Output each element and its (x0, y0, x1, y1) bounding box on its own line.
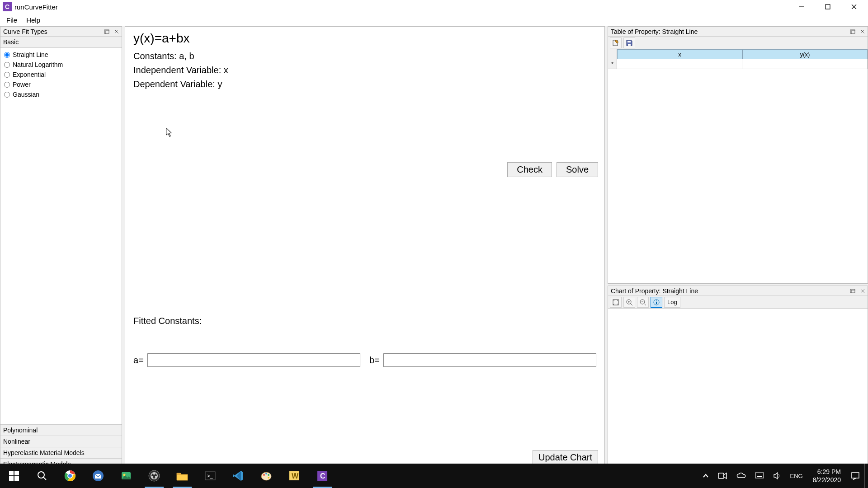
const-b-input[interactable] (383, 353, 596, 367)
menu-help[interactable]: Help (22, 14, 45, 26)
grid-cell-x[interactable] (617, 59, 742, 69)
tray-date: 8/22/2020 (813, 476, 841, 484)
svg-rect-33 (14, 476, 19, 481)
svg-point-47 (155, 476, 157, 478)
menu-file[interactable]: File (2, 14, 22, 26)
dock-float-button[interactable] (102, 27, 112, 36)
taskbar-word[interactable]: W (280, 464, 308, 488)
fitted-constants-title: Fitted Constants: (133, 316, 596, 326)
chart-dock-title-text: Chart of Property: Straight Line (611, 287, 698, 295)
fit-power-radio[interactable] (4, 82, 10, 88)
fit-gaussian-label: Gaussian (13, 91, 39, 98)
taskbar-obs[interactable] (140, 464, 168, 488)
chart-log-button[interactable]: Log (664, 297, 680, 308)
grid-col-yx[interactable]: y(x) (742, 49, 868, 59)
fit-straight-line-label: Straight Line (13, 51, 48, 58)
float-icon (104, 29, 109, 34)
client-area: Curve Fit Types Basic Straight Line (0, 26, 868, 470)
const-b-label: b= (369, 355, 380, 366)
taskbar-photos[interactable] (112, 464, 140, 488)
chrome-icon (64, 470, 76, 482)
tray-onedrive[interactable] (731, 464, 750, 488)
zoom-fit-icon (612, 299, 619, 306)
minimize-icon (799, 4, 804, 9)
float-icon (850, 289, 855, 293)
tray-clock[interactable]: 6:29 PM 8/22/2020 (807, 468, 846, 484)
tray-language[interactable]: ENG (786, 464, 807, 488)
start-button[interactable] (0, 464, 28, 488)
taskbar-vscode[interactable] (224, 464, 252, 488)
curve-fit-types-panel: Curve Fit Types Basic Straight Line (0, 26, 122, 470)
section-nonlinear[interactable]: Nonlinear (0, 436, 122, 447)
fit-gaussian[interactable]: Gaussian (0, 89, 122, 99)
right-side: Table of Property: Straight Line (608, 26, 868, 470)
taskbar-terminal[interactable]: >_ (196, 464, 224, 488)
chart-info-button[interactable] (651, 297, 662, 308)
svg-line-21 (631, 303, 633, 305)
chart-zoom-fit-button[interactable] (610, 297, 622, 308)
chart-zoom-out-button[interactable] (637, 297, 649, 308)
section-hyperelastic[interactable]: Hyperelastic Material Models (0, 447, 122, 458)
fit-straight-line[interactable]: Straight Line (0, 50, 122, 60)
chart-dock-float-button[interactable] (848, 286, 858, 296)
curve-fit-types-title-text: Curve Fit Types (3, 28, 47, 35)
chart-zoom-in-button[interactable] (623, 297, 635, 308)
titlebar: C runCurveFitter (0, 0, 868, 14)
tray-input-indicator[interactable] (750, 464, 769, 488)
svg-point-38 (68, 474, 72, 478)
minimize-button[interactable] (788, 0, 815, 14)
close-icon (860, 29, 865, 34)
taskbar-chrome[interactable] (56, 464, 84, 488)
taskbar-curvefitter[interactable]: C (308, 464, 336, 488)
menubar: File Help (0, 14, 868, 26)
fit-gaussian-radio[interactable] (4, 92, 10, 98)
chart-canvas[interactable] (608, 309, 868, 469)
close-icon (851, 4, 857, 9)
taskbar-paint[interactable] (252, 464, 280, 488)
grid-cell-yx[interactable] (742, 59, 868, 69)
fit-natural-log[interactable]: Natural Logarithm (0, 60, 122, 70)
fit-exponential-radio[interactable] (4, 72, 10, 78)
table-edit-button[interactable] (610, 38, 622, 48)
section-polynominal[interactable]: Polynominal (0, 424, 122, 436)
solve-button[interactable]: Solve (557, 162, 598, 177)
equation-panel: y(x)=a+bx Constants: a, b Independent Va… (125, 26, 605, 470)
maximize-button[interactable] (815, 0, 841, 14)
check-button[interactable]: Check (507, 162, 552, 177)
table-dock-float-button[interactable] (848, 27, 858, 36)
vscode-icon (232, 470, 244, 482)
chart-dock-close-button[interactable] (858, 286, 868, 296)
fit-natural-log-radio[interactable] (4, 62, 10, 68)
svg-text:W: W (292, 472, 299, 480)
update-chart-button[interactable]: Update Chart (533, 450, 598, 465)
chevron-up-icon (703, 473, 709, 479)
fit-power[interactable]: Power (0, 80, 122, 89)
grid-col-x[interactable]: x (617, 49, 742, 59)
tray-action-center[interactable] (846, 464, 864, 488)
svg-rect-1 (826, 5, 830, 9)
fit-type-accordion: Basic Straight Line Natural Logarithm Ex… (0, 37, 122, 469)
fit-exponential[interactable]: Exponential (0, 70, 122, 80)
dock-close-button[interactable] (112, 27, 122, 36)
tray-meet-now[interactable] (713, 464, 731, 488)
svg-rect-31 (14, 471, 19, 475)
svg-rect-67 (852, 473, 859, 478)
svg-rect-30 (9, 471, 14, 475)
const-a-input[interactable] (147, 353, 360, 367)
taskbar-search[interactable] (28, 464, 56, 488)
show-desktop-button[interactable] (864, 464, 868, 488)
tray-volume[interactable] (769, 464, 786, 488)
fit-straight-line-radio[interactable] (4, 52, 10, 58)
data-grid[interactable]: x y(x) * (608, 49, 868, 283)
tray-overflow[interactable] (698, 464, 713, 488)
close-button[interactable] (841, 0, 867, 14)
taskbar-tray: ENG 6:29 PM 8/22/2020 (698, 464, 868, 488)
taskbar-mail[interactable] (84, 464, 112, 488)
table-save-button[interactable] (623, 38, 635, 48)
grid-row-new[interactable]: * (608, 59, 868, 69)
table-dock-close-button[interactable] (858, 27, 868, 36)
svg-point-53 (265, 473, 267, 474)
taskbar-explorer[interactable] (168, 464, 196, 488)
section-basic[interactable]: Basic (0, 37, 122, 47)
svg-point-52 (263, 474, 265, 476)
